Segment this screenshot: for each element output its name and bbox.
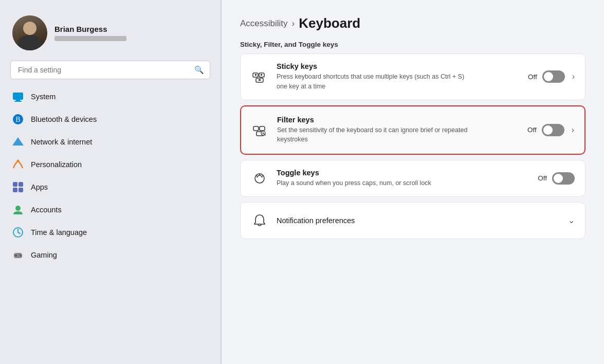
toggle-keys-control: Off — [538, 172, 575, 185]
personalization-icon — [12, 159, 24, 170]
sticky-keys-desc: Press keyboard shortcuts that use multip… — [277, 72, 472, 92]
notification-row[interactable]: Notification preferences ⌄ — [241, 203, 585, 239]
filter-keys-desc: Set the sensitivity of the keyboard so i… — [277, 125, 472, 145]
user-subtitle-bar — [54, 36, 126, 41]
breadcrumb-separator: › — [292, 19, 295, 29]
svg-rect-25 — [259, 79, 261, 81]
accounts-icon — [12, 204, 24, 215]
svg-rect-7 — [13, 182, 17, 187]
sidebar-item-bluetooth-label: Bluetooth & devices — [31, 115, 97, 123]
sticky-keys-control: Off › — [528, 70, 575, 83]
filter-keys-row[interactable]: Filter keys Set the sensitivity of the k… — [241, 106, 584, 154]
bluetooth-icon: B — [12, 114, 24, 125]
notification-title: Notification preferences — [277, 216, 560, 225]
svg-point-19 — [21, 256, 22, 257]
breadcrumb: Accessibility › Keyboard — [240, 15, 585, 31]
sidebar-item-gaming-label: Gaming — [31, 251, 57, 259]
svg-line-36 — [262, 175, 263, 176]
svg-rect-17 — [15, 255, 17, 256]
notification-icon — [251, 212, 268, 229]
search-box: 🔍 — [10, 61, 210, 79]
sidebar-item-bluetooth[interactable]: B Bluetooth & devices — [4, 108, 216, 131]
svg-rect-8 — [19, 182, 23, 187]
toggle-keys-toggle[interactable] — [552, 172, 575, 185]
svg-line-35 — [256, 175, 257, 176]
sidebar-item-network-label: Network & internet — [31, 138, 92, 146]
apps-icon — [12, 181, 24, 193]
filter-keys-text: Filter keys Set the sensitivity of the k… — [277, 116, 519, 145]
sidebar: Brian Burgess 🔍 System B — [0, 0, 221, 364]
svg-point-11 — [15, 206, 21, 211]
network-icon — [12, 136, 24, 148]
svg-rect-24 — [261, 74, 262, 76]
filter-keys-control: Off › — [527, 124, 574, 136]
sidebar-item-gaming[interactable]: Gaming — [4, 244, 216, 266]
sticky-keys-icon — [251, 68, 268, 85]
breadcrumb-current: Keyboard — [299, 15, 360, 31]
sidebar-item-personalization[interactable]: Personalization — [4, 153, 216, 176]
section-title: Sticky, Filter, and Toggle keys — [240, 41, 585, 48]
svg-rect-27 — [260, 126, 265, 131]
toggle-keys-title: Toggle keys — [277, 169, 529, 177]
filter-keys-icon — [251, 121, 269, 139]
system-icon — [12, 91, 24, 102]
toggle-keys-desc: Play a sound when you press caps, num, o… — [277, 178, 472, 188]
svg-marker-5 — [12, 137, 24, 145]
sticky-keys-card: Sticky keys Press keyboard shortcuts tha… — [240, 53, 585, 100]
toggle-keys-text: Toggle keys Play a sound when you press … — [277, 169, 529, 188]
filter-keys-card: Filter keys Set the sensitivity of the k… — [240, 105, 585, 155]
filter-keys-state: Off — [527, 126, 537, 134]
time-icon — [12, 227, 24, 238]
sticky-keys-chevron: › — [572, 72, 575, 81]
sidebar-item-system-label: System — [31, 93, 56, 101]
sidebar-item-time-label: Time & language — [31, 228, 87, 236]
toggle-keys-card: Toggle keys Play a sound when you press … — [240, 160, 585, 197]
sidebar-item-accounts[interactable]: Accounts — [4, 198, 216, 221]
svg-rect-26 — [253, 126, 259, 131]
toggle-keys-row[interactable]: Toggle keys Play a sound when you press … — [241, 160, 585, 196]
search-input[interactable] — [10, 61, 210, 79]
filter-keys-title: Filter keys — [277, 116, 519, 124]
user-info: Brian Burgess — [54, 25, 126, 41]
sidebar-item-apps[interactable]: Apps — [4, 176, 216, 198]
sidebar-item-personalization-label: Personalization — [31, 160, 82, 169]
sticky-keys-state: Off — [528, 73, 537, 81]
notification-card: Notification preferences ⌄ — [240, 202, 585, 239]
sidebar-item-network[interactable]: Network & internet — [4, 131, 216, 153]
svg-rect-1 — [16, 100, 20, 101]
svg-rect-9 — [13, 188, 17, 192]
svg-line-14 — [18, 232, 20, 233]
user-name: Brian Burgess — [54, 25, 126, 33]
toggle-keys-icon — [251, 170, 268, 187]
sticky-keys-title: Sticky keys — [277, 62, 520, 70]
svg-rect-23 — [255, 74, 257, 76]
sticky-keys-text: Sticky keys Press keyboard shortcuts tha… — [277, 62, 520, 92]
sticky-keys-row[interactable]: Sticky keys Press keyboard shortcuts tha… — [241, 54, 585, 100]
filter-keys-chevron: › — [572, 125, 574, 135]
sidebar-item-time[interactable]: Time & language — [4, 221, 216, 244]
toggle-keys-state: Off — [538, 174, 547, 182]
notification-chevron: ⌄ — [568, 215, 575, 225]
gaming-icon — [12, 249, 24, 261]
svg-point-6 — [17, 160, 20, 162]
nav-list: System B Bluetooth & devices Network & i… — [0, 85, 221, 354]
avatar — [12, 15, 47, 50]
search-icon: 🔍 — [194, 65, 204, 75]
sidebar-item-accounts-label: Accounts — [31, 206, 62, 214]
svg-text:B: B — [15, 116, 20, 123]
svg-point-18 — [20, 254, 21, 256]
sidebar-item-apps-label: Apps — [31, 183, 48, 191]
filter-keys-toggle[interactable] — [542, 124, 564, 136]
sidebar-item-system[interactable]: System — [4, 85, 216, 108]
user-profile: Brian Burgess — [0, 10, 221, 61]
sticky-keys-toggle[interactable] — [542, 70, 565, 83]
svg-rect-0 — [13, 93, 23, 100]
svg-rect-2 — [14, 101, 22, 102]
breadcrumb-parent: Accessibility — [240, 19, 288, 29]
svg-rect-10 — [19, 188, 23, 192]
main-content: Accessibility › Keyboard Sticky, Filter,… — [222, 0, 604, 364]
